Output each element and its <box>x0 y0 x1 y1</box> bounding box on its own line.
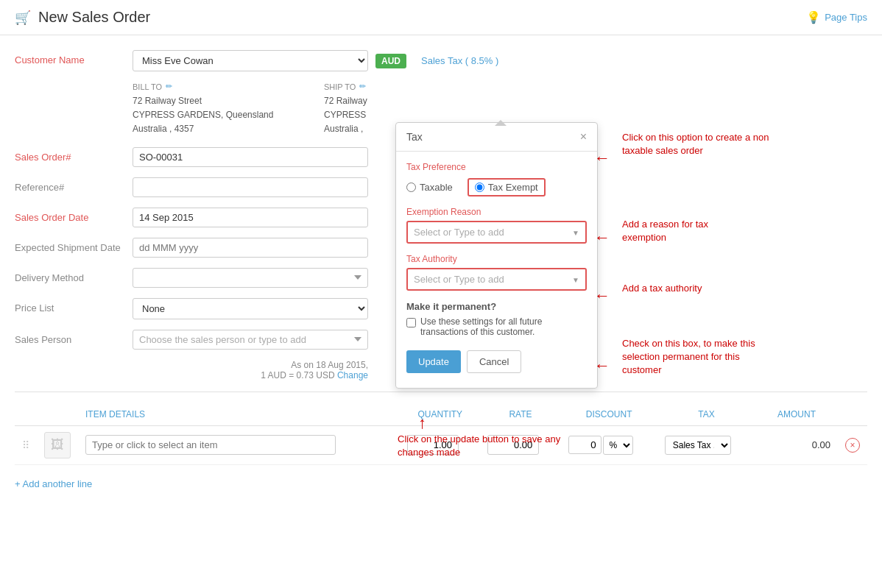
discount-type-select[interactable]: % <box>603 436 633 455</box>
customer-row: Miss Eve Cowan AUD Sales Tax ( 8.5% ) <box>133 50 498 71</box>
annotation-exemption: Add a reason for tax exemption ← <box>622 218 755 244</box>
col-item-details: ITEM DETAILS <box>78 403 400 426</box>
permanent-label: Make it permanent? <box>406 301 587 312</box>
cart-icon: 🛒 <box>15 10 31 26</box>
page-tips-button[interactable]: 💡 Page Tips <box>806 10 867 24</box>
tax-preference-label: Tax Preference <box>406 162 587 172</box>
sales-tax-link[interactable]: Sales Tax ( 8.5% ) <box>421 55 498 66</box>
annotation-permanent: Check on this box, to make this selectio… <box>622 337 777 378</box>
tax-exempt-label: Tax Exempt <box>488 182 538 193</box>
exemption-reason-select[interactable]: Select or Type to add <box>408 222 585 242</box>
bill-to-edit-icon[interactable]: ✏ <box>166 82 172 91</box>
cancel-button[interactable]: Cancel <box>467 350 521 373</box>
drag-handle-cell: ⠿ <box>15 425 37 464</box>
image-placeholder-icon: 🖼 <box>51 437 64 453</box>
remove-cell: × <box>838 425 867 464</box>
delivery-method-select[interactable] <box>133 268 368 288</box>
col-tax: TAX <box>657 403 756 426</box>
customer-name-row: Customer Name Miss Eve Cowan AUD Sales T… <box>15 50 867 71</box>
ship-to-edit-icon[interactable]: ✏ <box>359 82 366 91</box>
col-amount: AMOUNT <box>755 403 838 426</box>
col-discount: DISCOUNT <box>561 403 657 426</box>
tax-authority-select[interactable]: Select or Type to add <box>408 269 585 289</box>
reference-label: Reference# <box>15 177 133 193</box>
tax-exempt-option[interactable]: Tax Exempt <box>468 178 546 196</box>
price-list-select[interactable]: None <box>133 298 368 319</box>
page-header: 🛒 New Sales Order 💡 Page Tips <box>0 0 882 35</box>
taxable-radio[interactable] <box>406 183 416 192</box>
permanent-checkbox-text: Use these settings for all future transa… <box>420 316 587 337</box>
annotation-tax-authority: Add a tax authority ← <box>622 282 740 295</box>
tax-cell: Sales Tax ... <box>657 425 756 464</box>
amount-value: 0.00 <box>812 439 830 450</box>
modal-close-button[interactable]: × <box>580 130 587 144</box>
exemption-reason-field: Exemption Reason Select or Type to add ▼ <box>406 207 587 244</box>
col-remove <box>838 403 867 426</box>
tax-select[interactable]: Sales Tax ... <box>665 436 731 455</box>
tax-authority-wrapper: Select or Type to add ▼ <box>406 268 587 291</box>
add-line-row: + Add another line <box>15 465 867 503</box>
sales-order-date-label: Sales Order Date <box>15 208 133 223</box>
customer-name-select[interactable]: Miss Eve Cowan <box>133 50 368 71</box>
tax-modal: Tax × Tax Preference Taxable Tax Exempt … <box>395 122 598 389</box>
modal-footer: Update Cancel <box>406 347 587 378</box>
col-img <box>37 403 78 426</box>
item-name-input[interactable] <box>85 435 336 455</box>
sales-person-select[interactable]: Choose the sales person or type to add <box>133 330 368 350</box>
annotation-update: Click on the update button to save any c… <box>398 425 567 459</box>
discount-row: % <box>568 436 650 455</box>
sales-order-label: Sales Order# <box>15 147 133 163</box>
header-left: 🛒 New Sales Order <box>15 9 150 26</box>
modal-title: Tax <box>406 131 423 143</box>
item-name-cell <box>78 425 400 464</box>
page-title: New Sales Order <box>38 9 150 26</box>
exchange-rate: As on 18 Aug 2015, 1 AUD = 0.73 USD Chan… <box>133 360 368 380</box>
bill-to-address: 72 Railway StreetCYPRESS GARDENS, Queens… <box>133 94 309 137</box>
main-content: Customer Name Miss Eve Cowan AUD Sales T… <box>0 35 882 503</box>
sales-order-input[interactable] <box>133 147 368 167</box>
permanent-checkbox[interactable] <box>406 318 416 327</box>
exchange-rate-change-link[interactable]: Change <box>337 370 368 380</box>
page-tips-label: Page Tips <box>825 12 867 23</box>
col-quantity: QUANTITY <box>400 403 480 426</box>
taxable-label: Taxable <box>420 182 453 193</box>
tax-authority-field: Tax Authority Select or Type to add ▼ <box>406 254 587 291</box>
ship-to-label: SHIP TO ✏ <box>324 82 501 91</box>
sales-person-label: Sales Person <box>15 330 133 345</box>
tax-authority-label: Tax Authority <box>406 254 587 264</box>
price-list-label: Price List <box>15 298 133 314</box>
expected-shipment-input[interactable] <box>133 238 368 258</box>
currency-badge[interactable]: AUD <box>375 54 406 68</box>
remove-row-button[interactable]: × <box>845 438 860 453</box>
tax-exempt-radio[interactable] <box>475 183 484 192</box>
taxable-option[interactable]: Taxable <box>406 182 453 193</box>
customer-name-label: Customer Name <box>15 50 133 65</box>
annotation-non-taxable: Click on this option to create a non tax… <box>622 131 769 157</box>
bill-to-label: BILL TO ✏ <box>133 82 309 91</box>
table-header-row: ITEM DETAILS QUANTITY RATE DISCOUNT TAX … <box>15 403 867 426</box>
amount-cell: 0.00 <box>755 425 838 464</box>
delivery-method-label: Delivery Method <box>15 268 133 283</box>
tax-preference-radio-group: Taxable Tax Exempt <box>406 178 587 196</box>
add-another-line-button[interactable]: + Add another line <box>15 471 92 497</box>
col-drag <box>15 403 37 426</box>
exemption-reason-wrapper: Select or Type to add ▼ <box>406 221 587 244</box>
update-button[interactable]: Update <box>406 350 461 373</box>
col-rate: RATE <box>480 403 560 426</box>
reference-input[interactable] <box>133 177 368 197</box>
sales-order-date-input[interactable] <box>133 208 368 227</box>
lightbulb-icon: 💡 <box>806 10 821 24</box>
permanent-checkbox-label[interactable]: Use these settings for all future transa… <box>406 316 587 337</box>
item-image: 🖼 <box>44 432 71 458</box>
discount-input[interactable] <box>568 436 601 454</box>
exemption-reason-label: Exemption Reason <box>406 207 587 217</box>
modal-caret <box>495 120 507 132</box>
drag-handle-icon[interactable]: ⠿ <box>22 439 29 451</box>
modal-body: Tax Preference Taxable Tax Exempt Exempt… <box>396 152 597 388</box>
permanent-section: Make it permanent? Use these settings fo… <box>406 301 587 337</box>
item-image-cell: 🖼 <box>37 425 78 464</box>
expected-shipment-label: Expected Shipment Date <box>15 238 133 253</box>
bill-to-block: BILL TO ✏ 72 Railway StreetCYPRESS GARDE… <box>133 82 309 137</box>
discount-cell: % <box>561 425 657 464</box>
